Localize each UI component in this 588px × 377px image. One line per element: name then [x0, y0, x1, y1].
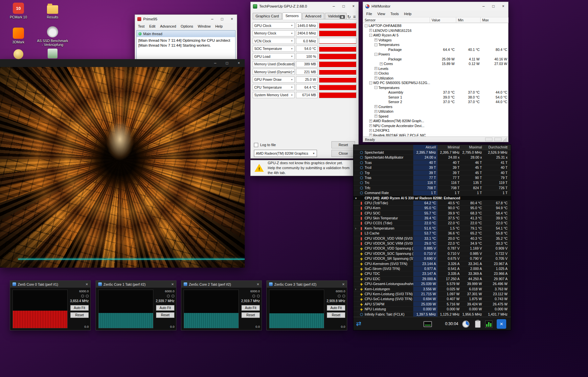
tab[interactable]: Sensors: [283, 12, 302, 19]
close-button[interactable]: ×: [171, 282, 174, 287]
menu-item[interactable]: Help: [401, 12, 414, 16]
sensor-row[interactable]: CPU SOC 55.7 °C 39.9 °C 68.3 °C 58.4 °C: [353, 211, 511, 216]
desktop-icon[interactable]: 3DMark: [3, 28, 34, 44]
tree-expander[interactable]: +: [369, 120, 372, 122]
tree-row[interactable]: + Speed: [363, 114, 508, 119]
tree-expander[interactable]: -: [374, 53, 377, 56]
sensor-row[interactable]: Infinity Fabric Takt (FCLK) 1,397.5 MHz …: [353, 312, 511, 317]
window-titlebar[interactable]: TechPowerUp GPU-Z 2.68.0 – □ ×: [251, 2, 358, 11]
sensor-row[interactable]: Trc 116 T 116 T 135 T 119 T: [353, 180, 511, 185]
sensor-row[interactable]: › Kern-Temperaturen 51.6 °C 1.5 °C 79.1 …: [353, 226, 511, 231]
sensor-row[interactable]: CPU VDDCR_VDD VRM (SVI3 TFN) 33.1 °C 20.…: [353, 236, 511, 241]
tree-row[interactable]: Sensor 1 39.0 °C 38.0 °C 54.0 °C: [363, 95, 508, 100]
close-button[interactable]: ×: [498, 2, 508, 11]
col-maximal[interactable]: Maximal: [462, 145, 484, 150]
minimize-button[interactable]: –: [479, 2, 488, 11]
sensor-row[interactable]: Trp 39 T 39 T 45 T 40 T: [353, 170, 511, 175]
swap-arrows-icon[interactable]: ⇄: [356, 320, 361, 327]
window-titlebar[interactable]: Zen5c Core 3 Takt (perf #2) ×: [267, 281, 347, 288]
window-titlebar[interactable]: Zen5c Core 2 Takt (perf #2) ×: [181, 281, 261, 288]
tree-expander[interactable]: -: [374, 43, 377, 46]
sensor-label-dropdown[interactable]: GPU Load ▼: [253, 53, 295, 59]
menu-item[interactable]: File: [364, 12, 375, 16]
menu-item[interactable]: Help: [213, 24, 225, 28]
sensor-row[interactable]: CPU-Kern 95.0 °C 90.0 °C 95.0 °C 94.9 °C: [353, 206, 511, 211]
menu-item[interactable]: View: [375, 12, 388, 16]
close-button[interactable]: ×: [497, 319, 506, 329]
child-window-titlebar[interactable]: Main thread: [137, 31, 235, 37]
tree-row[interactable]: + Levels: [363, 66, 508, 71]
auto-fit-button[interactable]: Auto Fit: [156, 305, 174, 311]
clock-pie-icon[interactable]: [462, 321, 469, 328]
tree-row[interactable]: - LAPTOP-OHFAAEB8: [363, 23, 508, 28]
hamburger-menu-icon[interactable]: ≡: [353, 15, 356, 19]
sensor-row[interactable]: CPU Kern-Leistung (SVI3 TFN) 21.715 W 1.…: [353, 292, 511, 297]
tree-row[interactable]: + NPU Compute Accelerator Devi...: [363, 123, 508, 128]
window-titlebar[interactable]: Zen5 Core 0 Takt (perf #1) ×: [10, 281, 90, 288]
tree-expander[interactable]: +: [374, 110, 377, 113]
menu-item[interactable]: Edit: [147, 24, 158, 28]
sensor-label-dropdown[interactable]: SOC Temperature ▼: [253, 46, 295, 52]
sensor-row[interactable]: ▾ CPU [#0]: AMD Ryzen AI 5 330 w/ Radeon…: [353, 196, 511, 201]
menu-item[interactable]: Window: [195, 24, 213, 28]
col-minimal[interactable]: Minimal: [438, 145, 461, 150]
tree-row[interactable]: + Utilization: [363, 76, 508, 81]
screenshot-camera-icon[interactable]: [340, 15, 345, 19]
expand-arrow-icon[interactable]: ›: [355, 287, 358, 292]
sensor-label-dropdown[interactable]: System Memory Used ▼: [253, 92, 295, 98]
bar-chart-icon[interactable]: [485, 321, 492, 328]
menu-item[interactable]: Options: [178, 24, 195, 28]
tree-expander[interactable]: +: [374, 67, 377, 70]
tree-row[interactable]: Sensor 2 37.0 °C 37.0 °C 44.0 °C: [363, 100, 508, 104]
close-app-button[interactable]: Close: [331, 150, 355, 157]
sensor-row[interactable]: APU STAPM 25.039 W 5.716 W 39.424 W 26.4…: [353, 302, 511, 307]
maximize-button[interactable]: □: [221, 59, 233, 67]
sensor-row[interactable]: CPU-Gesamt-Leistungsaufnahme 25.039 W 5.…: [353, 281, 511, 286]
sensor-row[interactable]: CPU-Kernstrom (SVI3 TFN) 23.144 A 3.326 …: [353, 261, 511, 266]
sensor-row[interactable]: CPU EDC 29.000 A 17.250 A 44.250 A 29.90…: [353, 277, 511, 281]
tree-row[interactable]: + Realtek 8922AE WiFi 7 PCI-E NIC: [363, 133, 508, 137]
window-titlebar[interactable]: – □ ×: [0, 59, 245, 67]
tree-row[interactable]: Assembly 37.0 °C 37.0 °C 44.0 °C: [363, 90, 508, 95]
tree-expander[interactable]: +: [369, 124, 372, 127]
desktop-icon[interactable]: [37, 49, 68, 58]
sensor-label-dropdown[interactable]: VCN Clock ▼: [253, 38, 295, 44]
auto-fit-button[interactable]: Auto Fit: [327, 305, 345, 311]
radio-button[interactable]: [81, 295, 84, 298]
sensor-row[interactable]: SoC-Strom (SVI3 TFN) 0.977 A 0.541 A 2.0…: [353, 266, 511, 271]
tree-row[interactable]: + AMD Radeon(TM) 820M Graph...: [363, 119, 508, 123]
desktop-icon[interactable]: AS SSD Benchmark - Verknüpfung: [37, 26, 68, 47]
expand-arrow-icon[interactable]: ›: [355, 226, 358, 231]
sensor-row[interactable]: CPU VDDCR_SR Spannung (SVI3 ... 0.690 V …: [353, 256, 511, 261]
sensor-row[interactable]: CPU VDDCR_SOC Spannung (SVI... 0.710 V 0…: [353, 251, 511, 256]
resize-grip[interactable]: [503, 138, 507, 142]
tree-expander[interactable]: -: [369, 34, 372, 37]
sensor-row[interactable]: CPU VDDCR_SOC VRM (SVI3 TFN) 29.0 °C 22.…: [353, 241, 511, 246]
tree-row[interactable]: - Temperatures: [363, 85, 508, 90]
tree-row[interactable]: - AMD Ryzen AI 5: [363, 33, 508, 38]
tree-row[interactable]: + Clocks: [363, 71, 508, 76]
menu-item[interactable]: Tools: [388, 12, 401, 16]
radio-button[interactable]: [171, 295, 174, 298]
close-button[interactable]: ×: [342, 282, 345, 287]
tree-row[interactable]: + Counters: [363, 104, 508, 109]
minimize-button[interactable]: –: [207, 15, 217, 23]
col-max[interactable]: Max: [481, 17, 509, 23]
tree-expander[interactable]: +: [369, 29, 372, 32]
sensor-label-dropdown[interactable]: CPU Temperature ▼: [253, 84, 295, 90]
tree-row[interactable]: Package 64.4 °C 40.1 °C 80.4 °C: [363, 47, 508, 52]
tree-row[interactable]: - Temperatures: [363, 42, 508, 47]
maximize-button[interactable]: □: [488, 2, 498, 11]
sensor-row[interactable]: Tcas 40 T 40 T 46 T 41 T: [353, 160, 511, 165]
tree-row[interactable]: + Cores 15.89 W 0.12 W 27.03 W: [363, 61, 508, 66]
maximize-button[interactable]: □: [339, 2, 349, 11]
col-min[interactable]: Min: [456, 17, 481, 23]
menu-item[interactable]: Test: [136, 24, 147, 28]
sensor-row[interactable]: CPU-SoC-Leistung (SVI3 TFN) 0.694 W 0.40…: [353, 297, 511, 301]
sensor-label-dropdown[interactable]: Memory Used (Dynamic) ▼: [253, 69, 295, 75]
radio-button[interactable]: [342, 295, 345, 298]
sensor-row[interactable]: L3 Cache 53.7 °C 36.6 °C 65.2 °C 55.8 °C: [353, 231, 511, 236]
window-titlebar[interactable]: Prime95 – □ ×: [135, 15, 237, 23]
sensor-row[interactable]: Speichertakt-Multiplikator 24.00 x 24.00…: [353, 155, 511, 160]
expand-arrow-icon[interactable]: ▾: [355, 196, 358, 201]
